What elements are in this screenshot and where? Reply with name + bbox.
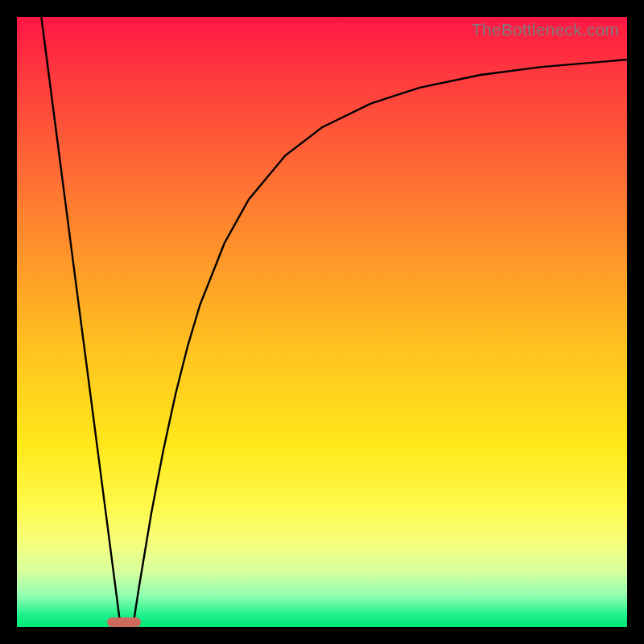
left-branch-path (41, 17, 121, 627)
chart-frame: TheBottleneck.com (17, 17, 627, 627)
min-marker-pill (107, 617, 141, 627)
curve-layer (17, 17, 627, 627)
right-branch-path (133, 60, 627, 627)
